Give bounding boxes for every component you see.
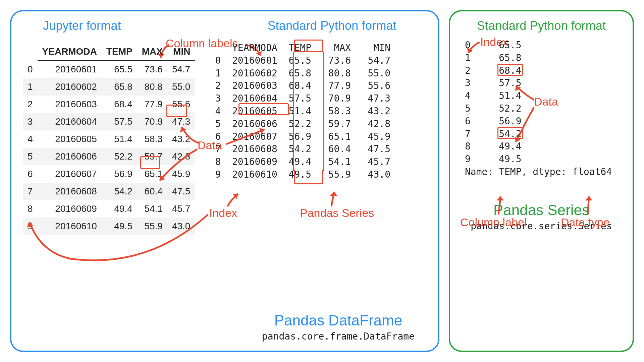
series-heading: Standard Python format [462, 19, 621, 33]
table-row: 92016061049.555.943.0 [23, 218, 195, 235]
table-row: 22016060368.477.955.6 [23, 96, 195, 113]
dataframe-class: pandas.core.frame.DataFrame [262, 331, 415, 342]
dataframe-panel: Jupyter format Standard Python format Co… [10, 10, 439, 352]
series-mono-wrap: 0 65.5 1 65.8 2 68.4 3 57.5 4 51.4 5 52.… [465, 39, 621, 178]
series-title: Pandas Series [462, 202, 621, 219]
hl-temp-left [293, 52, 294, 171]
svg-marker-11 [496, 196, 504, 200]
col-max: MAX [137, 43, 167, 61]
table-row: 02016060165.573.654.7 [23, 61, 195, 78]
series-class: pandas.core.series.Series [462, 221, 621, 232]
series-printout: 0 65.5 1 65.8 2 68.4 3 57.5 4 51.4 5 52.… [465, 39, 621, 178]
col-min: MIN [167, 43, 195, 61]
series-panel: Standard Python format Index 0 65.5 1 65… [449, 10, 634, 352]
jupyter-table-wrap: YEARMODA TEMP MAX MIN 02016060165.573.65… [23, 37, 195, 235]
jupyter-format-heading: Jupyter format [43, 19, 121, 33]
dataframe-printout: YEARMODA TEMP MAX MIN 0 20160601 65.5 73… [215, 42, 390, 181]
table-row: 72016060854.260.447.5 [23, 183, 195, 200]
series-footer: Pandas Series pandas.core.series.Series [462, 202, 621, 232]
col-yearmoda: YEARMODA [38, 43, 102, 61]
table-row: 42016060551.458.343.2 [23, 130, 195, 148]
svg-marker-12 [585, 196, 592, 200]
dataframe-title: Pandas DataFrame [262, 312, 415, 329]
hl-temp-right [323, 52, 324, 171]
jupyter-table: YEARMODA TEMP MAX MIN 02016060165.573.65… [23, 43, 195, 235]
dataframe-footer: Pandas DataFrame pandas.core.frame.DataF… [262, 312, 415, 342]
col-temp: TEMP [102, 43, 137, 61]
table-row: 32016060457.570.947.3 [23, 113, 195, 130]
table-row: 12016060265.880.855.0 [23, 78, 195, 96]
table-row: 52016060652.259.742.8 [23, 148, 195, 165]
jupyter-header-row: YEARMODA TEMP MAX MIN [23, 43, 195, 61]
dataframe-mono-wrap: YEARMODA TEMP MAX MIN 0 20160601 65.5 73… [215, 42, 390, 235]
standard-format-heading: Standard Python format [267, 19, 396, 33]
table-row: 62016060756.965.145.9 [23, 165, 195, 183]
table-row: 82016060949.454.145.7 [23, 200, 195, 218]
